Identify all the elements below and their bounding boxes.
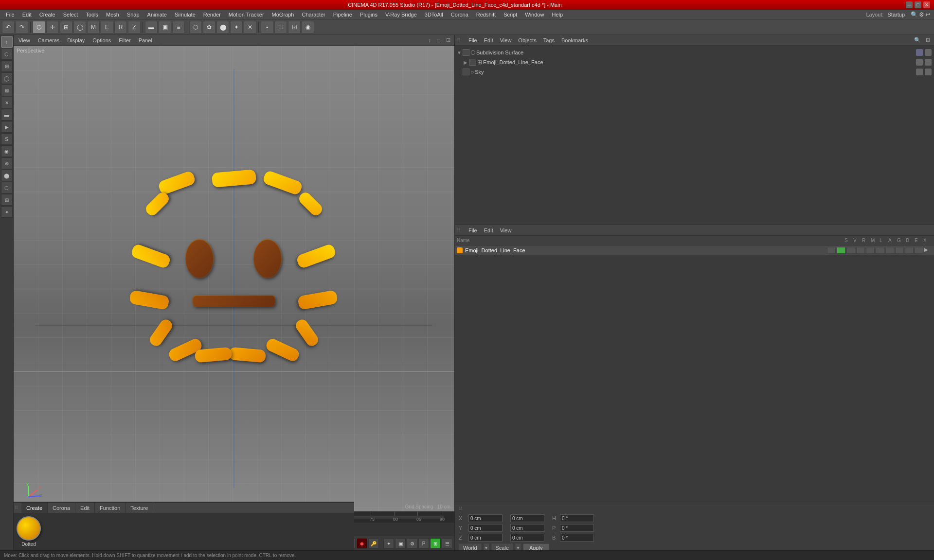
menu-view-attr[interactable]: View	[497, 227, 515, 234]
menu-mograph[interactable]: MoGraph	[268, 11, 298, 18]
vp-menu-panel[interactable]: Panel	[136, 37, 155, 44]
menu-vraybridge[interactable]: V-Ray Bridge	[381, 11, 421, 18]
record-auto[interactable]: ⏺	[357, 538, 367, 549]
menu-render[interactable]: Render	[199, 11, 225, 18]
tool-8[interactable]: ▶	[1, 121, 13, 133]
toolbar-poly-mode[interactable]: ☑	[288, 21, 301, 34]
toolbar-undo[interactable]: ↶	[2, 21, 15, 34]
coord-z-pos[interactable]	[468, 534, 503, 542]
menu-tags-obj[interactable]: Tags	[540, 37, 557, 44]
menu-script[interactable]: Script	[500, 11, 521, 18]
tool-10[interactable]: ◉	[1, 145, 13, 157]
menu-snap[interactable]: Snap	[123, 11, 144, 18]
toolbar-redo[interactable]: ↷	[16, 21, 28, 34]
attr-v-btn[interactable]	[837, 247, 845, 254]
expand-icon-emoji[interactable]: ▶	[464, 60, 468, 65]
tool-move[interactable]: ↕	[1, 36, 13, 48]
coord-p-val[interactable]	[560, 524, 594, 532]
tab-edit[interactable]: Edit	[75, 503, 95, 513]
menu-file-attr[interactable]: File	[466, 227, 480, 234]
tool-11[interactable]: ⊗	[1, 158, 13, 169]
tool-13[interactable]: ⬡	[1, 182, 13, 193]
vp-menu-view[interactable]: View	[16, 37, 33, 44]
menu-mesh[interactable]: Mesh	[102, 11, 123, 18]
tool-6[interactable]: ✕	[1, 97, 13, 108]
menu-animate[interactable]: Animate	[144, 11, 171, 18]
menu-tools[interactable]: Tools	[82, 11, 102, 18]
menu-simulate[interactable]: Simulate	[171, 11, 199, 18]
toolbar-ipr[interactable]: ≡	[172, 21, 185, 34]
filter-obj-icon[interactable]: ⊞	[924, 37, 932, 43]
menu-edit-attr[interactable]: Edit	[481, 227, 496, 234]
tool-12[interactable]: ⬤	[1, 170, 13, 181]
vp-menu-display[interactable]: Display	[64, 37, 88, 44]
toolbar-render-region[interactable]: ▬	[145, 21, 158, 34]
menu-motiontracker[interactable]: Motion Tracker	[225, 11, 268, 18]
close-button[interactable]: ✕	[923, 1, 930, 8]
toolbar-object-mode[interactable]: ◉	[302, 21, 314, 34]
menu-edit-obj[interactable]: Edit	[481, 37, 496, 44]
menu-create[interactable]: Create	[36, 11, 59, 18]
expand-icon-sub[interactable]: ▼	[457, 50, 462, 55]
coord-z-rot[interactable]	[510, 534, 544, 542]
toolbar-light[interactable]: ✦	[230, 21, 243, 34]
menu-edit[interactable]: Edit	[18, 11, 36, 18]
attr-x-btn[interactable]	[915, 247, 923, 254]
toolbar-live-select[interactable]: ⬡	[33, 21, 45, 34]
menu-help[interactable]: Help	[548, 11, 567, 18]
tool-14[interactable]: ⊞	[1, 194, 13, 206]
search-obj-icon[interactable]: 🔍	[912, 37, 923, 43]
toolbar-cube[interactable]: ⬡	[189, 21, 202, 34]
motion-extra[interactable]: ⊞	[430, 538, 441, 549]
minimize-button[interactable]: —	[906, 1, 913, 8]
coord-x-pos[interactable]	[468, 514, 503, 522]
attr-nav-icon[interactable]: ▶	[924, 247, 932, 254]
tool-15[interactable]: ✦	[1, 206, 13, 218]
checkbox-emoji[interactable]	[469, 59, 476, 66]
tool-9[interactable]: S	[1, 133, 13, 145]
attr-r-btn[interactable]	[846, 247, 855, 254]
vp-icon-resize[interactable]: ↕	[427, 37, 433, 43]
object-row-sky[interactable]: ○ Sky	[455, 67, 934, 77]
toolbar-edge-mode[interactable]: ☐	[274, 21, 287, 34]
obj-vis1-sky[interactable]	[916, 69, 923, 75]
object-row-emoji[interactable]: ▶ ⊞ Emoji_Dotted_Line_Face	[455, 57, 934, 67]
materials-area[interactable]: Dotted	[14, 513, 354, 550]
attr-s-btn[interactable]	[827, 247, 836, 254]
toolbar-m[interactable]: M	[87, 21, 100, 34]
menu-corona[interactable]: Corona	[447, 11, 472, 18]
tool-select-all[interactable]: ⬡	[1, 48, 13, 60]
obj-vis1-emoji[interactable]	[916, 59, 923, 66]
menu-plugins[interactable]: Plugins	[356, 11, 381, 18]
tool-3[interactable]: ⊞	[1, 60, 13, 72]
toolbar-scale[interactable]: ⊞	[60, 21, 72, 34]
attr-object-row[interactable]: Emoji_Dotted_Line_Face ▶	[455, 245, 934, 255]
toolbar-render[interactable]: ▣	[159, 21, 171, 34]
attr-m-btn[interactable]	[856, 247, 865, 254]
tab-texture[interactable]: Texture	[126, 503, 153, 513]
vp-menu-cameras[interactable]: Cameras	[35, 37, 63, 44]
motion-record[interactable]: P	[418, 538, 429, 549]
motion-preview[interactable]: ▣	[395, 538, 406, 549]
attr-d-btn[interactable]	[895, 247, 904, 254]
tool-4[interactable]: ◯	[1, 72, 13, 84]
menu-file-obj[interactable]: File	[466, 37, 480, 44]
menu-select[interactable]: Select	[59, 11, 82, 18]
coord-y-rot[interactable]	[510, 524, 544, 532]
coord-b-val[interactable]	[560, 534, 594, 542]
toolbar-move[interactable]: ✛	[46, 21, 59, 34]
object-row-subdivision[interactable]: ▼ ⬡ Subdivision Surface	[455, 48, 934, 57]
toolbar-point-mode[interactable]: ▪	[261, 21, 273, 34]
viewport-canvas[interactable]: Perspective	[14, 46, 454, 511]
coord-y-pos[interactable]	[468, 524, 503, 532]
coord-x-rot[interactable]	[510, 514, 544, 522]
attr-g-btn[interactable]	[885, 247, 894, 254]
attr-e-btn[interactable]	[905, 247, 914, 254]
menu-view-obj[interactable]: View	[497, 37, 515, 44]
toolbar-rotate[interactable]: ◯	[73, 21, 86, 34]
toolbar-sphere[interactable]: ⬤	[216, 21, 229, 34]
menu-3dtoall[interactable]: 3DToAll	[421, 11, 447, 18]
tab-create[interactable]: Create	[21, 503, 48, 513]
maximize-button[interactable]: □	[915, 1, 921, 8]
motion-settings[interactable]: ⚙	[407, 538, 417, 549]
